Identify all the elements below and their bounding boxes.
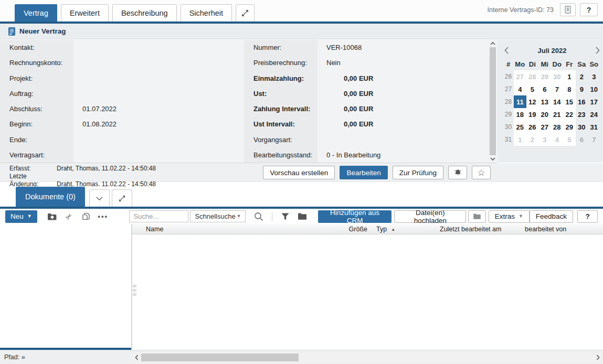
documents-hscrollbar[interactable]: [132, 352, 602, 362]
ust-intervall-value[interactable]: 0,00 EUR: [318, 116, 488, 132]
calendar-day[interactable]: 2: [576, 70, 588, 83]
calendar-day[interactable]: 2: [526, 133, 539, 146]
panel-splitter[interactable]: [131, 224, 132, 350]
move-to-folder-button[interactable]: [44, 213, 60, 220]
calendar-day[interactable]: 5: [526, 83, 539, 95]
quicksearch-select[interactable]: Schnellsuche▼: [190, 210, 246, 222]
tab-erweitert[interactable]: Erweitert: [61, 4, 109, 22]
feedback-button[interactable]: Feedback: [530, 210, 573, 223]
browse-folder-button[interactable]: [294, 213, 311, 220]
rechnungskonto-value[interactable]: [73, 55, 244, 70]
calendar-day[interactable]: 19: [526, 108, 539, 121]
calendar-day[interactable]: 16: [576, 95, 588, 108]
calendar-day[interactable]: 6: [538, 83, 551, 95]
calendar-day[interactable]: 3: [538, 133, 551, 146]
expand-tabs-button[interactable]: [236, 4, 255, 22]
beginn-value[interactable]: 01.08.2022: [73, 116, 244, 132]
projekt-value[interactable]: [73, 71, 244, 86]
calendar-day[interactable]: 4: [551, 133, 564, 146]
calendar-day[interactable]: 30: [576, 121, 588, 133]
calendar-prev-button[interactable]: [504, 47, 509, 54]
calendar-day[interactable]: 15: [563, 95, 576, 108]
documents-more-tabs-button[interactable]: [89, 189, 110, 207]
calendar-day[interactable]: 9: [576, 83, 588, 95]
tab-dokumente[interactable]: Dokumente (0): [16, 187, 85, 207]
calendar-day[interactable]: 26: [526, 121, 539, 133]
filter-button[interactable]: [277, 213, 294, 220]
favorite-button[interactable]: ☆: [472, 166, 491, 179]
new-button[interactable]: Neu▼: [5, 210, 37, 223]
column-zuletzt-bearbeitet[interactable]: Zuletzt bearbeitet am: [440, 224, 501, 234]
hscrollbar-thumb[interactable]: [141, 354, 299, 361]
help-button[interactable]: ?: [580, 3, 598, 16]
review-button[interactable]: Zur Prüfung: [393, 166, 443, 179]
calendar-day[interactable]: 31: [588, 121, 600, 133]
bearbeitungsstand-value[interactable]: 0 - In Bearbeitung: [318, 147, 488, 163]
scroll-right-icon[interactable]: [594, 352, 602, 362]
calendar-day[interactable]: 18: [514, 108, 526, 121]
calendar-day[interactable]: 7: [551, 83, 564, 95]
edit-button[interactable]: Bearbeiten: [340, 166, 387, 179]
tab-sicherheit[interactable]: Sicherheit: [181, 4, 232, 22]
calendar-day[interactable]: 6: [576, 133, 588, 146]
ust-value[interactable]: 0,00 EUR: [318, 86, 488, 101]
calendar-day[interactable]: 4: [514, 83, 526, 95]
document-info-button[interactable]: [560, 3, 576, 16]
vorgangsart-value[interactable]: [318, 132, 488, 147]
auftrag-value[interactable]: [73, 86, 244, 101]
zahlung-intervall-value[interactable]: 0,00 EUR: [318, 101, 488, 116]
splitter-grip-icon[interactable]: [133, 285, 136, 296]
calendar-day[interactable]: 5: [563, 133, 576, 146]
calendar-day[interactable]: 27: [514, 70, 526, 83]
notification-button[interactable]: [448, 166, 467, 179]
abschluss-value[interactable]: 01.07.2022: [73, 101, 244, 116]
scrollbar-thumb[interactable]: [490, 47, 496, 155]
scroll-up-icon[interactable]: [490, 41, 495, 46]
calendar-day[interactable]: 10: [588, 83, 600, 95]
calendar-day[interactable]: 29: [538, 70, 551, 83]
calendar-day[interactable]: 24: [588, 108, 600, 121]
calendar-day[interactable]: 21: [551, 108, 564, 121]
calendar-day[interactable]: 20: [538, 108, 551, 121]
calendar-day[interactable]: 23: [576, 108, 588, 121]
calendar-day[interactable]: 1: [514, 133, 526, 146]
column-typ[interactable]: Typ▲: [376, 224, 395, 234]
calendar-day[interactable]: 14: [551, 95, 564, 108]
calendar-day[interactable]: 3: [588, 70, 600, 83]
nummer-value[interactable]: VER-10068: [318, 40, 488, 55]
column-name[interactable]: Name: [146, 224, 163, 234]
add-from-crm-button[interactable]: Hinzufügen aus CRM: [318, 210, 392, 223]
tab-vertrag[interactable]: Vertrag: [15, 4, 57, 22]
einmalzahlung-value[interactable]: 0,00 EUR: [318, 71, 488, 86]
calendar-day[interactable]: 12: [526, 95, 539, 108]
calendar-day[interactable]: 29: [563, 121, 576, 133]
folder-tree-panel[interactable]: [0, 224, 131, 348]
calendar-day[interactable]: 22: [563, 108, 576, 121]
cut-button[interactable]: ✂: [60, 212, 77, 221]
calendar-day[interactable]: 7: [588, 133, 600, 146]
calendar-day[interactable]: 1: [563, 70, 576, 83]
open-folder-button[interactable]: [468, 210, 486, 223]
upload-button[interactable]: Datei(en) hochladen: [394, 210, 466, 223]
column-groesse[interactable]: Größe: [341, 224, 367, 234]
search-button[interactable]: [250, 212, 267, 221]
search-input[interactable]: [129, 210, 188, 222]
calendar-day[interactable]: 8: [563, 83, 576, 95]
calendar-day[interactable]: 28: [551, 121, 564, 133]
scroll-down-icon[interactable]: [490, 157, 495, 161]
calendar-day[interactable]: 11: [514, 95, 526, 108]
kontakt-value[interactable]: [73, 40, 244, 55]
calendar-day[interactable]: 27: [538, 121, 551, 133]
calendar-day[interactable]: 13: [538, 95, 551, 108]
copy-button[interactable]: [78, 212, 94, 220]
ende-value[interactable]: [73, 132, 244, 147]
calendar-day[interactable]: 28: [526, 70, 539, 83]
calendar-day[interactable]: 30: [551, 70, 564, 83]
extras-button[interactable]: Extras▼: [489, 210, 530, 223]
vertragsart-value[interactable]: [73, 147, 244, 163]
preisberechnung-value[interactable]: Nein: [318, 55, 488, 70]
more-actions-button[interactable]: •••: [94, 212, 111, 220]
preview-button[interactable]: Vorschau erstellen: [263, 166, 335, 179]
column-bearbeitet-von[interactable]: bearbeitet von: [525, 224, 566, 234]
tab-beschreibung[interactable]: Beschreibung: [112, 4, 177, 22]
